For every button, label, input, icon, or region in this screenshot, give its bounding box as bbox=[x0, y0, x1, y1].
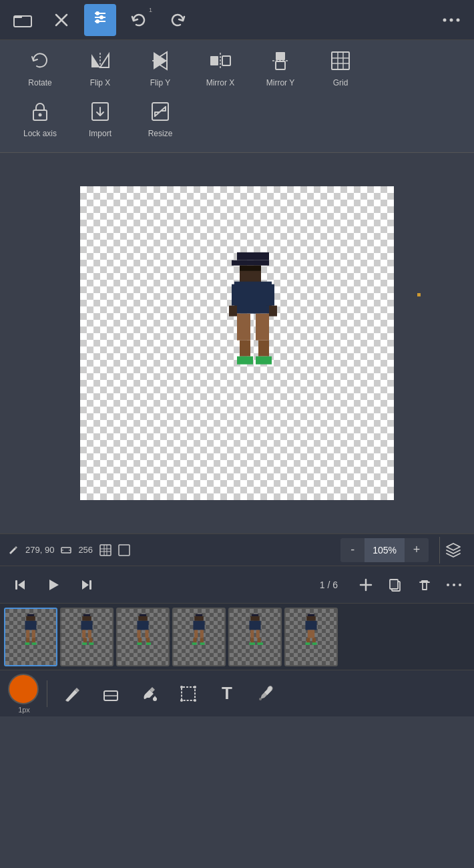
top-toolbar: 1 bbox=[0, 0, 474, 40]
svg-rect-127 bbox=[312, 642, 317, 644]
svg-rect-118 bbox=[257, 642, 263, 644]
resize-button[interactable]: Resize bbox=[134, 96, 187, 143]
add-frame-button[interactable] bbox=[354, 573, 378, 597]
svg-rect-76 bbox=[25, 621, 36, 630]
svg-rect-46 bbox=[240, 341, 250, 357]
svg-rect-77 bbox=[26, 630, 29, 638]
svg-rect-75 bbox=[26, 616, 35, 621]
coordinates-display: 279, 90 bbox=[25, 545, 54, 555]
fill-tool-button[interactable] bbox=[133, 677, 166, 710]
svg-point-31 bbox=[39, 113, 42, 116]
layers-button[interactable] bbox=[439, 537, 466, 564]
frame-status-icon bbox=[118, 544, 130, 556]
svg-rect-112 bbox=[249, 621, 260, 630]
selection-tool-button[interactable] bbox=[172, 677, 205, 710]
flip-x-label: Flip X bbox=[90, 78, 111, 87]
svg-rect-108 bbox=[192, 642, 197, 644]
import-label: Import bbox=[89, 129, 111, 138]
size-icon bbox=[61, 545, 71, 556]
svg-rect-74 bbox=[27, 614, 34, 616]
animation-more-button[interactable] bbox=[442, 573, 466, 597]
tools-button[interactable] bbox=[84, 4, 116, 36]
svg-marker-65 bbox=[82, 580, 89, 590]
frame-6[interactable] bbox=[284, 608, 338, 666]
svg-rect-25 bbox=[332, 52, 349, 69]
svg-rect-90 bbox=[82, 642, 87, 644]
eyedropper-tool-button[interactable] bbox=[249, 677, 282, 710]
svg-rect-123 bbox=[311, 630, 314, 638]
flip-x-button[interactable]: Flip X bbox=[73, 45, 127, 92]
import-icon bbox=[91, 101, 109, 126]
svg-rect-49 bbox=[256, 357, 272, 365]
redo-button[interactable] bbox=[162, 4, 194, 36]
pencil-tool-button[interactable] bbox=[55, 677, 89, 710]
svg-rect-93 bbox=[138, 616, 148, 621]
resize-label: Resize bbox=[148, 129, 173, 138]
mirror-x-icon bbox=[209, 51, 232, 75]
svg-rect-84 bbox=[82, 616, 91, 621]
close-button[interactable] bbox=[45, 4, 77, 36]
svg-marker-64 bbox=[49, 580, 59, 590]
more-button[interactable] bbox=[435, 4, 467, 36]
undo-button[interactable]: 1 bbox=[123, 4, 155, 36]
svg-rect-91 bbox=[89, 642, 93, 644]
animation-actions bbox=[354, 573, 466, 597]
svg-rect-125 bbox=[312, 638, 316, 643]
svg-rect-43 bbox=[266, 284, 274, 306]
svg-rect-86 bbox=[82, 630, 85, 638]
svg-point-132 bbox=[180, 686, 183, 688]
grid-button[interactable]: Grid bbox=[314, 45, 367, 92]
eraser-tool-button[interactable] bbox=[94, 677, 128, 710]
status-bar: 279, 90 256 - 105% + bbox=[0, 533, 474, 566]
svg-rect-105 bbox=[200, 630, 204, 638]
flip-y-button[interactable]: Flip Y bbox=[134, 45, 187, 92]
svg-rect-114 bbox=[256, 630, 260, 638]
frame-2-figure bbox=[73, 614, 100, 660]
lock-axis-button[interactable]: Lock axis bbox=[13, 96, 67, 143]
canvas[interactable] bbox=[80, 186, 394, 500]
zoom-plus-button[interactable]: + bbox=[405, 538, 429, 562]
svg-rect-47 bbox=[258, 341, 269, 357]
import-button[interactable]: Import bbox=[73, 96, 127, 143]
folder-button[interactable] bbox=[7, 4, 39, 36]
svg-rect-45 bbox=[256, 314, 269, 341]
svg-rect-78 bbox=[32, 630, 35, 638]
color-swatch[interactable] bbox=[8, 674, 39, 704]
svg-rect-94 bbox=[137, 621, 148, 630]
svg-rect-41 bbox=[234, 282, 272, 314]
svg-rect-98 bbox=[146, 638, 150, 643]
svg-rect-88 bbox=[83, 638, 87, 643]
svg-rect-56 bbox=[100, 545, 111, 556]
step-forward-button[interactable] bbox=[75, 573, 99, 597]
svg-rect-20 bbox=[222, 56, 230, 65]
svg-rect-124 bbox=[306, 638, 310, 643]
svg-rect-116 bbox=[257, 638, 260, 643]
zoom-minus-button[interactable]: - bbox=[340, 538, 365, 562]
skip-to-start-button[interactable] bbox=[8, 573, 32, 597]
svg-point-136 bbox=[259, 698, 262, 700]
delete-frame-button[interactable] bbox=[413, 573, 437, 597]
svg-rect-110 bbox=[252, 614, 258, 616]
copy-frame-button[interactable] bbox=[383, 573, 407, 597]
frame-3-figure bbox=[130, 614, 156, 660]
frame-2[interactable] bbox=[60, 608, 113, 666]
frame-3[interactable] bbox=[116, 608, 170, 666]
svg-rect-97 bbox=[138, 638, 142, 643]
svg-point-12 bbox=[457, 18, 460, 21]
mirror-y-button[interactable]: Mirror Y bbox=[254, 45, 307, 92]
bottom-toolbar: 1px T bbox=[0, 670, 474, 716]
svg-marker-62 bbox=[18, 580, 25, 590]
frame-4[interactable] bbox=[172, 608, 226, 666]
play-button[interactable] bbox=[41, 573, 65, 597]
svg-rect-48 bbox=[237, 357, 253, 365]
rotate-button[interactable]: Rotate bbox=[13, 45, 67, 92]
svg-point-8 bbox=[99, 15, 103, 19]
svg-rect-131 bbox=[182, 687, 195, 700]
frame-5[interactable] bbox=[228, 608, 282, 666]
text-tool-button[interactable]: T bbox=[210, 677, 244, 710]
svg-rect-109 bbox=[200, 642, 205, 644]
transform-toolbar: Rotate Flip X Flip Y bbox=[0, 40, 474, 153]
frame-1[interactable] bbox=[4, 608, 57, 666]
svg-rect-51 bbox=[269, 306, 277, 316]
mirror-x-button[interactable]: Mirror X bbox=[194, 45, 247, 92]
